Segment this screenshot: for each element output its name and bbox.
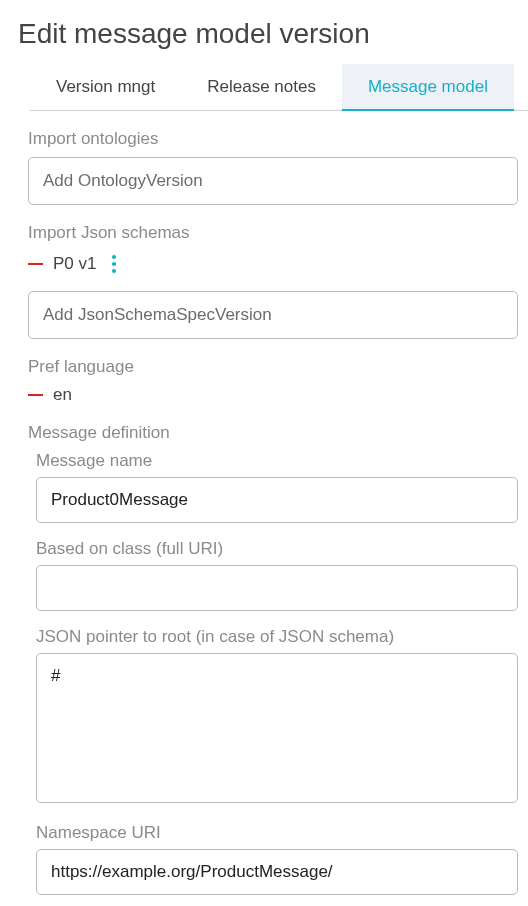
page-title: Edit message model version [18, 18, 528, 50]
json-schema-item-label: P0 v1 [53, 254, 96, 274]
add-ontology-version-input[interactable]: Add OntologyVersion [28, 157, 518, 205]
remove-icon[interactable] [28, 394, 43, 396]
import-ontologies-label: Import ontologies [28, 129, 518, 149]
json-pointer-input[interactable] [36, 653, 518, 803]
json-schema-item: P0 v1 [28, 251, 518, 277]
namespace-uri-input[interactable] [36, 849, 518, 895]
add-json-schema-input[interactable]: Add JsonSchemaSpecVersion [28, 291, 518, 339]
namespace-uri-label: Namespace URI [36, 823, 518, 843]
based-on-class-label: Based on class (full URI) [36, 539, 518, 559]
section-import-ontologies: Import ontologies Add OntologyVersion [18, 111, 528, 205]
section-message-definition: Message definition Message name Based on… [18, 405, 528, 895]
tabs: Version mngt Release notes Message model [30, 64, 528, 111]
message-definition-label: Message definition [28, 423, 518, 443]
remove-icon[interactable] [28, 263, 43, 265]
tab-message-model[interactable]: Message model [342, 64, 514, 110]
based-on-class-input[interactable] [36, 565, 518, 611]
message-name-input[interactable] [36, 477, 518, 523]
section-import-json-schemas: Import Json schemas P0 v1 Add JsonSchema… [18, 205, 528, 339]
import-json-schemas-label: Import Json schemas [28, 223, 518, 243]
pref-language-item: en [28, 385, 518, 405]
section-pref-language: Pref language en [18, 339, 528, 405]
tab-release-notes[interactable]: Release notes [181, 64, 342, 110]
pref-language-value: en [53, 385, 72, 405]
pref-language-label: Pref language [28, 357, 518, 377]
kebab-icon[interactable] [108, 251, 120, 277]
tab-version-mngt[interactable]: Version mngt [30, 64, 181, 110]
json-pointer-label: JSON pointer to root (in case of JSON sc… [36, 627, 518, 647]
message-name-label: Message name [36, 451, 518, 471]
